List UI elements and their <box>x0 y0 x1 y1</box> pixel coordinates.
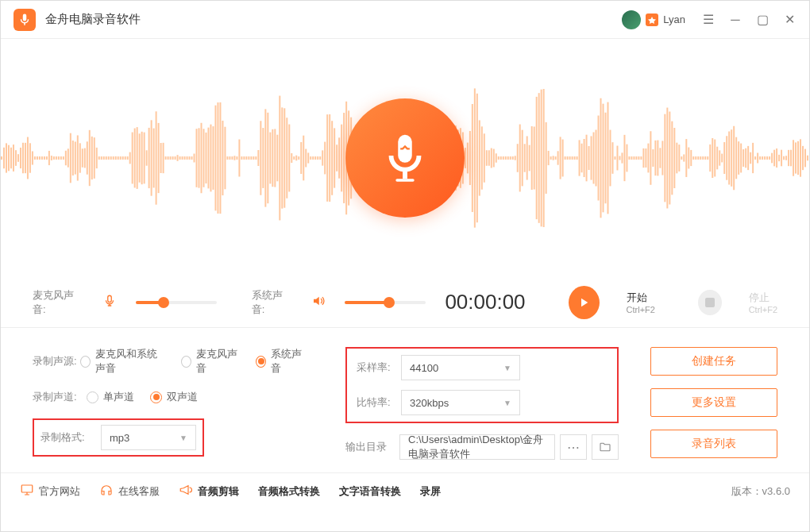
radio-icon <box>181 356 191 368</box>
tts-link[interactable]: 文字语音转换 <box>339 484 401 499</box>
svg-rect-321 <box>764 156 766 160</box>
svg-rect-257 <box>611 142 613 174</box>
svg-rect-200 <box>476 94 478 222</box>
official-site-link[interactable]: 官方网站 <box>20 483 80 499</box>
start-button[interactable] <box>569 286 600 319</box>
menu-icon[interactable]: ☰ <box>701 13 716 27</box>
svg-rect-36 <box>87 141 88 174</box>
svg-rect-229 <box>546 122 547 194</box>
sys-volume-slider[interactable] <box>345 301 426 304</box>
svg-rect-221 <box>526 136 528 179</box>
svg-rect-84 <box>201 123 202 193</box>
svg-rect-268 <box>638 156 639 160</box>
svg-rect-121 <box>288 125 290 192</box>
sample-value: 44100 <box>410 362 438 374</box>
svg-rect-271 <box>645 148 646 168</box>
format-value: mp3 <box>110 432 129 444</box>
svg-rect-338 <box>804 149 806 168</box>
username[interactable]: Lyan <box>663 13 685 25</box>
svg-rect-113 <box>269 133 271 184</box>
svg-rect-339 <box>807 156 808 161</box>
bitrate-dropdown[interactable]: 320kbps ▼ <box>401 390 520 415</box>
svg-rect-31 <box>75 141 76 174</box>
mic-volume-slider[interactable] <box>136 301 217 304</box>
format-convert-link[interactable]: 音频格式转换 <box>258 484 320 499</box>
source-option-2[interactable]: 系统声音 <box>256 347 306 376</box>
stop-label: 停止 <box>749 291 777 305</box>
svg-rect-281 <box>669 112 670 205</box>
create-task-button[interactable]: 创建任务 <box>650 347 777 376</box>
sample-dropdown[interactable]: 44100 ▼ <box>401 355 520 380</box>
svg-rect-287 <box>683 154 685 161</box>
svg-rect-97 <box>231 156 233 160</box>
svg-rect-239 <box>569 156 571 160</box>
svg-rect-111 <box>264 109 266 206</box>
more-icon[interactable]: ⋯ <box>560 434 587 460</box>
svg-rect-108 <box>257 150 259 166</box>
svg-rect-102 <box>243 156 245 160</box>
svg-rect-73 <box>175 156 176 160</box>
svg-rect-138 <box>329 114 330 202</box>
svg-rect-214 <box>510 156 511 160</box>
svg-rect-218 <box>519 125 521 192</box>
source-option-1[interactable]: 麦克风声音 <box>181 347 240 376</box>
svg-rect-247 <box>588 146 590 170</box>
svg-rect-342 <box>705 298 715 307</box>
more-settings-button[interactable]: 更多设置 <box>650 388 777 417</box>
svg-rect-32 <box>77 135 79 180</box>
record-button[interactable] <box>345 98 465 218</box>
svg-rect-254 <box>605 113 607 204</box>
svg-rect-63 <box>151 120 152 195</box>
recording-list-button[interactable]: 录音列表 <box>650 430 777 458</box>
svg-rect-256 <box>609 130 611 187</box>
svg-rect-330 <box>785 156 787 160</box>
svg-rect-318 <box>757 153 758 164</box>
stop-label-group: 停止 Ctrl+F2 <box>749 291 777 314</box>
svg-rect-20 <box>48 151 50 165</box>
folder-icon[interactable] <box>592 434 619 460</box>
svg-rect-80 <box>191 156 193 160</box>
user-avatar[interactable] <box>622 10 641 29</box>
svg-rect-238 <box>567 156 569 160</box>
channel-option-1[interactable]: 双声道 <box>150 390 198 404</box>
svg-rect-206 <box>491 148 492 168</box>
svg-rect-112 <box>267 113 268 203</box>
format-dropdown[interactable]: mp3 ▼ <box>101 425 196 450</box>
svg-rect-35 <box>84 148 86 168</box>
screen-record-link[interactable]: 录屏 <box>420 484 441 499</box>
svg-rect-313 <box>745 148 746 168</box>
svg-rect-216 <box>515 156 516 160</box>
sample-label: 采样率: <box>357 360 401 375</box>
svg-rect-196 <box>467 143 469 174</box>
online-support-link[interactable]: 在线客服 <box>99 483 160 499</box>
svg-rect-3 <box>8 145 10 172</box>
svg-rect-78 <box>187 156 188 160</box>
output-path-input[interactable]: C:\Users\admin\Desktop\金舟电脑录音软件 <box>399 434 555 460</box>
svg-rect-34 <box>82 148 83 168</box>
svg-rect-269 <box>640 156 642 160</box>
svg-rect-210 <box>500 156 502 160</box>
close-button[interactable]: ✕ <box>782 13 796 27</box>
svg-rect-62 <box>148 128 150 188</box>
svg-rect-67 <box>160 143 162 173</box>
source-option-0[interactable]: 麦克风和系统声音 <box>80 347 166 376</box>
svg-rect-246 <box>586 135 588 182</box>
svg-rect-248 <box>591 136 592 179</box>
svg-rect-134 <box>319 156 321 160</box>
svg-rect-224 <box>534 126 535 189</box>
svg-rect-39 <box>94 137 95 179</box>
svg-rect-60 <box>144 133 145 184</box>
svg-rect-197 <box>469 131 471 185</box>
svg-rect-299 <box>712 138 713 178</box>
svg-rect-98 <box>233 156 235 160</box>
app-logo <box>14 9 36 31</box>
svg-rect-56 <box>134 129 136 188</box>
maximize-button[interactable]: ▢ <box>755 13 770 27</box>
radio-icon <box>80 356 91 368</box>
svg-rect-38 <box>91 137 93 179</box>
svg-rect-16 <box>39 156 40 160</box>
audio-edit-link[interactable]: 音频剪辑 <box>179 483 239 499</box>
minimize-button[interactable]: ─ <box>728 13 742 27</box>
svg-rect-260 <box>619 156 620 160</box>
channel-option-0[interactable]: 单声道 <box>87 390 134 404</box>
